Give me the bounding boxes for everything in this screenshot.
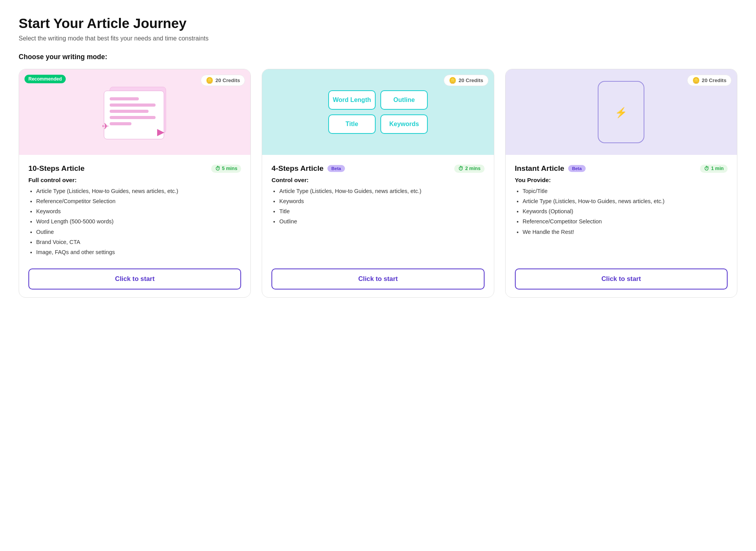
page-title: Start Your Article Journey xyxy=(19,16,737,31)
page-subtitle: Select the writing mode that best fits y… xyxy=(19,35,737,42)
start-button-ten-steps[interactable]: Click to start xyxy=(28,268,241,290)
list-item: Keywords xyxy=(279,197,484,205)
clock-icon: ⏱ xyxy=(215,166,220,172)
list-item: Topic/Title xyxy=(523,187,728,195)
card-header-four-steps: 4-Steps Article Beta ⏱ 2 mins xyxy=(271,164,484,173)
card-visual-instant: 🪙 20 Credits ⚡ xyxy=(506,69,737,155)
list-item: Article Type (Listicles, How-to Guides, … xyxy=(279,187,484,195)
card-footer-ten-steps: Click to start xyxy=(19,262,250,297)
document-illustration: ✈ ▶ xyxy=(98,83,172,141)
feature-list-four-steps: Article Type (Listicles, How-to Guides, … xyxy=(271,187,484,256)
doc-line-5 xyxy=(110,122,131,125)
doc-front xyxy=(104,91,164,139)
step-pill-outline: Outline xyxy=(380,90,428,110)
clock-icon: ⏱ xyxy=(458,166,464,172)
card-visual-four-steps: 🪙 20 Credits Word Length Outline Title K… xyxy=(262,69,494,155)
card-footer-four-steps: Click to start xyxy=(262,262,494,297)
list-item: Reference/Competitor Selection xyxy=(36,197,241,205)
list-item: Keywords (Optional) xyxy=(523,207,728,215)
feature-list-ten-steps: Article Type (Listicles, How-to Guides, … xyxy=(28,187,241,256)
badge-time-ten-steps: ⏱ 5 mins xyxy=(211,165,242,173)
list-item: We Handle the Rest! xyxy=(523,228,728,236)
lightning-box: ⚡ xyxy=(611,102,632,123)
paper-plane-icon: ✈ xyxy=(102,121,109,132)
step-pill-title: Title xyxy=(328,114,376,134)
doc-line-4 xyxy=(110,116,156,119)
badge-recommended: Recommended xyxy=(24,75,66,83)
start-button-instant[interactable]: Click to start xyxy=(515,268,728,290)
badge-credits-ten-steps: 🪙 20 Credits xyxy=(201,75,245,86)
card-four-steps: 🪙 20 Credits Word Length Outline Title K… xyxy=(262,69,494,298)
steps-grid: Word Length Outline Title Keywords xyxy=(320,82,436,142)
cursor-icon: ▶ xyxy=(157,126,164,137)
card-header-ten-steps: 10-Steps Article ⏱ 5 mins xyxy=(28,164,241,173)
doc-line-2 xyxy=(110,104,156,107)
control-label-ten-steps: Full control over: xyxy=(28,177,241,183)
card-ten-steps: Recommended 🪙 20 Credits ✈ ▶ xyxy=(19,69,251,298)
card-body-instant: Instant Article Beta ⏱ 1 min You Provide… xyxy=(506,155,737,262)
list-item: Image, FAQs and other settings xyxy=(36,248,241,256)
list-item: Outline xyxy=(279,218,484,225)
list-item: Brand Voice, CTA xyxy=(36,238,241,246)
card-visual-ten-steps: Recommended 🪙 20 Credits ✈ ▶ xyxy=(19,69,250,155)
card-body-ten-steps: 10-Steps Article ⏱ 5 mins Full control o… xyxy=(19,155,250,262)
credits-icon: 🪙 xyxy=(449,77,457,84)
card-title-four-steps: 4-Steps Article xyxy=(271,164,324,173)
list-item: Outline xyxy=(36,228,241,236)
doc-line-1 xyxy=(110,97,139,100)
card-instant: 🪙 20 Credits ⚡ Instant Article Beta ⏱ 1 … xyxy=(505,69,737,298)
list-item: Keywords xyxy=(36,207,241,215)
phone-illustration: ⚡ xyxy=(596,79,646,145)
lightning-icon: ⚡ xyxy=(615,106,627,118)
list-item: Reference/Competitor Selection xyxy=(523,218,728,225)
start-button-four-steps[interactable]: Click to start xyxy=(271,268,484,290)
card-body-four-steps: 4-Steps Article Beta ⏱ 2 mins Control ov… xyxy=(262,155,494,262)
cards-grid: Recommended 🪙 20 Credits ✈ ▶ xyxy=(19,69,737,298)
list-item: Word Length (500-5000 words) xyxy=(36,218,241,225)
step-pill-keywords: Keywords xyxy=(380,114,428,134)
card-header-instant: Instant Article Beta ⏱ 1 min xyxy=(515,164,728,173)
list-item: Article Type (Listicles, How-to Guides, … xyxy=(523,197,728,205)
badge-time-four-steps: ⏱ 2 mins xyxy=(454,165,485,173)
card-title-ten-steps: 10-Steps Article xyxy=(28,164,84,173)
control-label-four-steps: Control over: xyxy=(271,177,484,183)
list-item: Title xyxy=(279,207,484,215)
badge-credits-instant: 🪙 20 Credits xyxy=(687,75,732,86)
section-label: Choose your writing mode: xyxy=(19,53,737,61)
badge-time-instant: ⏱ 1 min xyxy=(700,165,728,173)
card-footer-instant: Click to start xyxy=(506,262,737,297)
badge-beta-four-steps: Beta xyxy=(327,165,345,172)
credits-icon: 🪙 xyxy=(692,77,700,84)
step-pill-word-length: Word Length xyxy=(328,90,376,110)
clock-icon: ⏱ xyxy=(704,166,709,172)
badge-credits-four-steps: 🪙 20 Credits xyxy=(444,75,488,86)
control-label-instant: You Provide: xyxy=(515,177,728,183)
list-item: Article Type (Listicles, How-to Guides, … xyxy=(36,187,241,195)
card-title-instant: Instant Article xyxy=(515,164,564,173)
credits-icon: 🪙 xyxy=(206,77,214,84)
feature-list-instant: Topic/Title Article Type (Listicles, How… xyxy=(515,187,728,256)
doc-line-3 xyxy=(110,110,149,113)
badge-beta-instant: Beta xyxy=(568,165,586,172)
